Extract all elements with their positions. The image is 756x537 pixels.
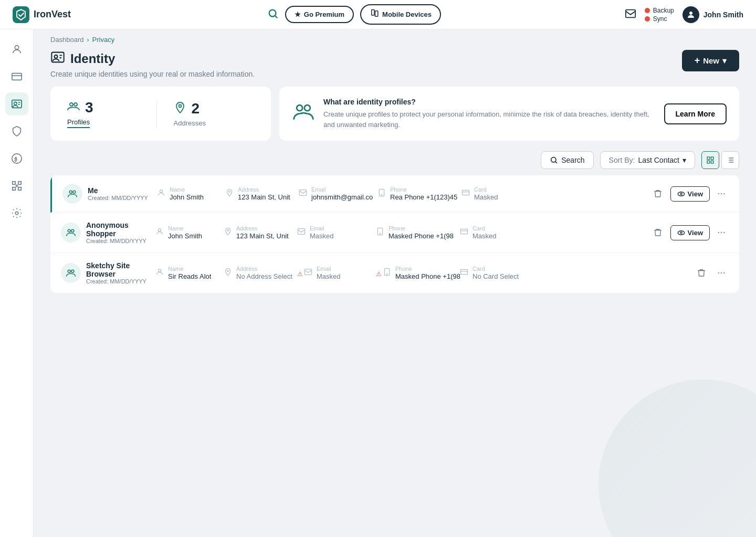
search-icon [550, 156, 558, 164]
svg-point-64 [721, 272, 722, 273]
svg-point-31 [160, 190, 162, 193]
page-title-group: Identity Create unique identities using … [50, 50, 255, 78]
svg-point-56 [71, 270, 74, 272]
profile-avatar [61, 263, 81, 283]
user-info[interactable]: John Smith [682, 6, 743, 23]
svg-point-50 [678, 230, 685, 235]
svg-rect-28 [711, 161, 713, 163]
grid-view-button[interactable] [701, 151, 719, 169]
svg-point-35 [381, 194, 382, 195]
svg-rect-12 [12, 182, 15, 185]
main-content: Dashboard › Privacy [34, 29, 756, 537]
search-button[interactable]: Search [541, 151, 593, 169]
page-subtitle: Create unique identities using your real… [50, 70, 255, 78]
toolbar-row: Search Sort By: Last Contact ▾ [50, 151, 739, 169]
more-options-button[interactable] [714, 225, 729, 240]
profile-main: Anonymous Shopper Created: MM/DD/YYYY [61, 221, 155, 244]
new-button[interactable]: + New ▾ [682, 50, 739, 71]
addresses-tab[interactable]: Addresses [174, 119, 206, 127]
app-name: IronVest [34, 9, 71, 20]
profile-main: Sketchy Site Browser Created: MM/DD/YYYY [61, 261, 155, 285]
status-group: Backup Sync [645, 7, 674, 23]
svg-point-20 [74, 103, 77, 106]
star-icon: ★ [295, 10, 301, 18]
addresses-count: 2 [192, 100, 200, 117]
profile-date: Created: MM/DD/YYYY [88, 195, 148, 201]
delete-button[interactable] [649, 224, 666, 241]
profiles-list: Me Created: MM/DD/YYYY Name John Smith [50, 175, 739, 293]
svg-point-41 [723, 193, 724, 194]
svg-point-23 [304, 105, 310, 111]
svg-point-63 [718, 272, 719, 273]
profile-name-field: Name Sir Reads Alot [155, 266, 224, 280]
sidebar-item-cards[interactable] [5, 65, 28, 88]
mail-icon[interactable] [625, 8, 636, 21]
plus-icon: + [695, 55, 700, 66]
profile-row[interactable]: Anonymous Shopper Created: MM/DD/YYYY Na… [50, 213, 739, 253]
view-button[interactable]: View [670, 225, 710, 240]
search-icon-button[interactable] [267, 8, 279, 21]
nav-right: Backup Sync John Smith [625, 6, 743, 23]
profile-main: Me Created: MM/DD/YYYY [62, 184, 157, 204]
more-options-button[interactable] [714, 266, 729, 280]
ellipsis-icon [717, 228, 726, 237]
sidebar-item-accounts[interactable] [5, 38, 28, 61]
profile-phone-field: Phone Rea Phone +1(123)45 [377, 186, 461, 201]
more-options-button[interactable] [714, 186, 729, 201]
svg-point-40 [721, 193, 722, 194]
svg-point-22 [297, 105, 302, 111]
stats-card: 3 Profiles 2 [50, 87, 271, 141]
svg-rect-49 [460, 229, 467, 234]
backup-dot [645, 8, 650, 13]
profile-row[interactable]: Sketchy Site Browser Created: MM/DD/YYYY… [50, 253, 739, 293]
identity-icon [50, 50, 65, 68]
view-button[interactable]: View [670, 186, 710, 202]
svg-point-48 [380, 233, 380, 234]
profile-avatar [61, 223, 81, 243]
list-view-button[interactable] [721, 151, 739, 169]
name-icon [157, 188, 165, 199]
profile-name-field: Name John Smith [157, 186, 225, 201]
email-icon: ⚠ [297, 268, 312, 278]
sidebar-item-identity[interactable] [5, 92, 28, 115]
svg-text:₿: ₿ [14, 156, 17, 162]
svg-point-45 [227, 230, 229, 231]
phone-icon [376, 227, 384, 238]
svg-rect-3 [375, 11, 378, 17]
profiles-icon [67, 100, 80, 115]
sync-status: Sync [645, 15, 674, 23]
svg-rect-36 [462, 190, 469, 195]
profiles-tab[interactable]: Profiles [67, 118, 90, 128]
breadcrumb-dashboard[interactable]: Dashboard [50, 36, 84, 44]
svg-rect-27 [707, 161, 710, 163]
addresses-icon [174, 101, 186, 117]
sort-value: Last Contact [638, 156, 679, 164]
learn-more-button[interactable]: Learn More [664, 103, 727, 124]
sidebar-item-settings[interactable] [5, 202, 28, 225]
profiles-stat: 3 Profiles [67, 99, 148, 128]
sidebar-item-security[interactable] [5, 120, 28, 143]
card-icon [460, 227, 468, 238]
svg-point-16 [15, 212, 18, 215]
mobile-devices-button[interactable]: Mobile Devices [360, 4, 441, 25]
app-logo[interactable]: IronVest [13, 6, 71, 23]
card-icon [460, 268, 468, 278]
profile-actions: View [649, 185, 729, 202]
svg-point-5 [689, 12, 692, 15]
sort-button[interactable]: Sort By: Last Contact ▾ [600, 151, 695, 169]
page-header: Identity Create unique identities using … [50, 50, 739, 78]
premium-button[interactable]: ★ Go Premium [285, 6, 354, 23]
delete-button[interactable] [693, 265, 710, 281]
profile-row[interactable]: Me Created: MM/DD/YYYY Name John Smith [50, 175, 739, 213]
delete-button[interactable] [649, 185, 666, 202]
card-icon [461, 188, 470, 199]
address-icon [225, 188, 234, 199]
svg-point-6 [15, 46, 18, 49]
svg-rect-4 [626, 10, 635, 18]
sidebar-item-crypto[interactable]: ₿ [5, 147, 28, 170]
sidebar-item-scanning[interactable] [5, 174, 28, 197]
profile-email-field: ⚠ Email Masked [297, 266, 376, 280]
svg-rect-59 [304, 269, 311, 275]
address-icon [224, 268, 232, 278]
svg-point-18 [55, 55, 58, 58]
